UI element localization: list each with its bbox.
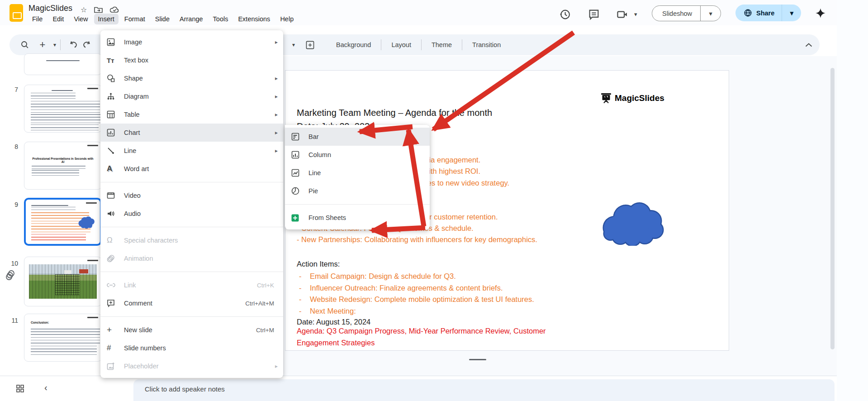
slide-action-header[interactable]: Action Items: xyxy=(297,260,340,268)
zoom-search-icon[interactable] xyxy=(19,34,30,55)
slide-thumbnail-6-partial[interactable] xyxy=(24,53,102,75)
menu-item-text-box[interactable]: Tт Text box xyxy=(100,51,283,69)
cloud-saved-icon[interactable] xyxy=(110,6,119,13)
link-icon xyxy=(107,283,124,287)
slide-agenda-line[interactable]: Agenda: Q3 Campaign Progress, Mid-Year P… xyxy=(297,325,586,348)
menu-item-diagram[interactable]: Diagram▸ xyxy=(100,87,283,105)
menu-item-new-slide[interactable]: + New slideCtrl+M xyxy=(100,321,283,339)
background-button[interactable]: Background xyxy=(326,41,381,48)
menu-divider xyxy=(100,182,283,182)
insert-placeholder-icon[interactable] xyxy=(304,34,315,55)
slide-action-item[interactable]: -Website Redesign: Complete mobile optim… xyxy=(299,294,534,306)
collapse-toolbar-icon[interactable] xyxy=(803,34,814,55)
add-slide-button[interactable]: + xyxy=(38,34,47,55)
omega-icon: Ω xyxy=(107,236,124,245)
slide-thumbnail-7[interactable] xyxy=(24,85,102,133)
star-icon[interactable]: ☆ xyxy=(81,5,87,14)
submenu-item-column[interactable]: Column xyxy=(285,146,430,164)
menu-insert[interactable]: Insert xyxy=(94,14,119,24)
share-dropdown[interactable]: ▾ xyxy=(782,5,801,21)
slide-number: 7 xyxy=(5,86,18,93)
animation-icon xyxy=(107,254,124,263)
thumb-title: Conclusion: xyxy=(31,321,49,324)
menu-view[interactable]: View xyxy=(70,14,92,24)
column-chart-icon xyxy=(291,151,308,159)
submenu-arrow-icon: ▸ xyxy=(275,39,278,45)
layout-button[interactable]: Layout xyxy=(381,41,421,48)
slide-thumbnail-10[interactable] xyxy=(24,257,102,306)
submenu-item-pie[interactable]: Pie xyxy=(285,182,430,200)
slide-action-item[interactable]: -Influencer Outreach: Finalize agreement… xyxy=(299,282,534,294)
slide-brand-logo: MagicSlides xyxy=(600,92,664,104)
slide-thumbnail-8[interactable]: Professional Presentations in Seconds wi… xyxy=(24,142,102,190)
theme-button[interactable]: Theme xyxy=(422,41,462,48)
slide-title[interactable]: Marketing Team Meeting – Agenda for the … xyxy=(297,108,492,118)
plus-icon: + xyxy=(107,325,124,335)
menu-divider xyxy=(100,316,283,317)
meet-camera-icon[interactable] xyxy=(616,8,629,21)
menu-divider xyxy=(100,227,283,227)
menu-format[interactable]: Format xyxy=(120,14,149,24)
menu-file[interactable]: File xyxy=(28,14,47,24)
menu-item-slide-numbers[interactable]: # Slide numbers xyxy=(100,339,283,357)
comments-icon[interactable] xyxy=(588,8,600,21)
slideshow-button-group: Slideshow ▾ xyxy=(652,5,721,21)
menu-edit[interactable]: Edit xyxy=(48,14,68,24)
app-header: MagicSlides ☆ File Edit View Insert Form… xyxy=(0,0,868,25)
menu-item-comment[interactable]: CommentCtrl+Alt+M xyxy=(100,294,283,312)
transition-button[interactable]: Transition xyxy=(462,41,511,48)
submenu-item-from-sheets[interactable]: From Sheets xyxy=(285,209,430,227)
undo-button[interactable] xyxy=(67,34,79,55)
slides-app-icon[interactable] xyxy=(9,4,23,22)
cloud-shape[interactable] xyxy=(593,194,668,246)
submenu-item-bar[interactable]: Bar xyxy=(285,128,430,146)
move-folder-icon[interactable] xyxy=(94,6,103,13)
thumb-logo xyxy=(87,145,98,146)
thumb-title: Professional Presentations in Seconds wi… xyxy=(32,157,94,163)
menu-arrange[interactable]: Arrange xyxy=(175,14,207,24)
menu-divider xyxy=(100,272,283,272)
menu-item-special-characters: Ω Special characters xyxy=(100,231,283,249)
slide-number: 11 xyxy=(5,317,18,324)
speaker-notes-box[interactable]: Click to add speaker notes xyxy=(133,379,835,401)
tool-dropdown-icon[interactable]: ▾ xyxy=(290,34,297,55)
menu-item-video[interactable]: Video xyxy=(100,186,283,205)
slideshow-button[interactable]: Slideshow xyxy=(652,6,700,21)
menu-item-audio[interactable]: Audio xyxy=(100,205,283,223)
slide-thumbnail-9-selected[interactable] xyxy=(24,198,102,246)
submenu-arrow-icon: ▸ xyxy=(275,363,278,369)
redo-button[interactable] xyxy=(81,34,93,55)
gemini-sparkle-icon[interactable] xyxy=(815,7,826,19)
menu-slide[interactable]: Slide xyxy=(151,14,174,24)
menu-item-image[interactable]: Image▸ xyxy=(100,33,283,51)
document-title[interactable]: MagicSlides xyxy=(28,4,72,13)
collapse-filmstrip-icon[interactable]: ‹ xyxy=(44,382,47,393)
share-button-group: Share ▾ xyxy=(735,5,801,21)
menu-tools[interactable]: Tools xyxy=(209,14,232,24)
slide-action-item[interactable]: -Next Meeting: xyxy=(299,306,534,317)
grid-view-icon[interactable] xyxy=(16,385,24,392)
menu-extensions[interactable]: Extensions xyxy=(234,14,274,24)
canvas-scrollbar[interactable] xyxy=(830,68,835,349)
menu-item-table[interactable]: Table▸ xyxy=(100,105,283,124)
submenu-item-line[interactable]: Line xyxy=(285,164,430,182)
menu-item-shape[interactable]: Shape▸ xyxy=(100,69,283,87)
notes-resize-handle[interactable] xyxy=(469,359,486,360)
menu-item-word-art[interactable]: A Word art xyxy=(100,160,283,178)
menu-item-line[interactable]: Line▸ xyxy=(100,142,283,160)
thumb-photo xyxy=(29,264,97,299)
shortcut-label: Ctrl+Alt+M xyxy=(245,300,274,307)
meet-dropdown-icon[interactable]: ▾ xyxy=(634,11,637,18)
thumb-logo xyxy=(87,88,98,89)
submenu-arrow-icon: ▸ xyxy=(275,93,278,100)
slide-body-line[interactable]: - New Partnerships: Collaborating with i… xyxy=(297,235,537,244)
version-history-icon[interactable] xyxy=(559,8,571,21)
slide-action-item[interactable]: -Email Campaign: Design & schedule for Q… xyxy=(299,271,534,282)
menu-help[interactable]: Help xyxy=(276,14,298,24)
menu-item-chart[interactable]: Chart▸ xyxy=(100,124,283,142)
slideshow-dropdown[interactable]: ▾ xyxy=(700,6,721,21)
add-slide-dropdown-icon[interactable]: ▾ xyxy=(51,34,58,55)
share-button[interactable]: Share xyxy=(735,5,782,21)
shortcut-label: Ctrl+K xyxy=(257,282,274,289)
slide-thumbnail-11[interactable]: Conclusion: xyxy=(24,314,102,362)
